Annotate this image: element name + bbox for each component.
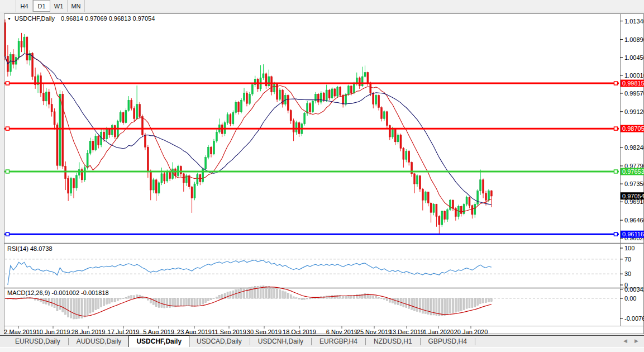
svg-text:0.96460: 0.96460	[624, 217, 644, 223]
tab-scroll-left-icon[interactable]: ◀	[623, 338, 627, 344]
timeframe-button-h4[interactable]: H4	[16, 0, 33, 12]
chart-tab-gbpusd[interactable]: GBPUSD,H4	[421, 336, 474, 347]
tab-scroll-right-icon[interactable]: ▶	[635, 338, 638, 344]
svg-text:0.00: 0.00	[624, 295, 636, 302]
svg-text:23 Aug 2019: 23 Aug 2019	[177, 329, 212, 334]
svg-text:28 Jun 2019: 28 Jun 2019	[71, 329, 106, 334]
svg-text:0.003428: 0.003428	[624, 286, 644, 293]
svg-text:11 Sep 2019: 11 Sep 2019	[212, 329, 246, 334]
chart-tab-audusd[interactable]: AUDUSD,Daily	[69, 336, 129, 347]
chart-tab-eurgbp[interactable]: EURGBP,H4	[312, 336, 365, 347]
svg-text:30: 30	[624, 270, 631, 277]
timeframe-button-mn[interactable]: MN	[68, 0, 85, 12]
svg-text:0.99120: 0.99120	[624, 108, 644, 115]
svg-text:1.01340: 1.01340	[624, 18, 644, 25]
svg-text:70: 70	[624, 256, 631, 263]
price-level-badge: 0.99815	[621, 80, 644, 87]
svg-text:1 Jan 2020: 1 Jan 2020	[423, 329, 454, 334]
svg-text:17 Jul 2019: 17 Jul 2019	[108, 329, 140, 334]
chart-tab-usdchf[interactable]: USDCHF,Daily	[128, 335, 189, 348]
svg-text:20 Jan 2020: 20 Jan 2020	[454, 329, 488, 334]
svg-text:0.99570: 0.99570	[624, 90, 644, 97]
tab-separator	[250, 338, 250, 345]
status-strip	[0, 347, 644, 352]
chart-tab-nzdusd[interactable]: NZDUSD,H1	[366, 336, 419, 347]
svg-text:1.00890: 1.00890	[624, 36, 644, 43]
chart-canvas[interactable]: 1.013401.008901.004501.000100.995700.991…	[4, 13, 644, 334]
timeframe-toolbar: H4D1W1MN	[0, 0, 644, 12]
timeframe-button-d1[interactable]: D1	[33, 0, 50, 12]
svg-text:0.97054: 0.97054	[622, 193, 644, 199]
svg-text:-0.007615: -0.007615	[624, 315, 644, 322]
svg-text:0.98240: 0.98240	[624, 144, 644, 151]
svg-text:22 May 2019: 22 May 2019	[4, 329, 36, 334]
tab-separator	[475, 338, 475, 345]
price-level-badge: 0.96116	[621, 231, 644, 238]
current-price-badge: 0.97054	[621, 192, 644, 199]
svg-text:0.99815: 0.99815	[622, 80, 644, 87]
svg-text:1.00010: 1.00010	[624, 72, 644, 79]
svg-text:6 Nov 2019: 6 Nov 2019	[326, 329, 357, 334]
tab-separator	[420, 338, 421, 345]
tab-separator	[68, 338, 69, 345]
chart-window[interactable]: 1.013401.008901.004501.000100.995700.991…	[4, 13, 644, 334]
chart-tab-eurusd[interactable]: EURUSD,Daily	[8, 336, 68, 347]
svg-text:30 Sep 2019: 30 Sep 2019	[247, 329, 282, 334]
svg-text:0.97350: 0.97350	[624, 180, 644, 187]
price-level-badge: 0.98705	[621, 125, 644, 132]
chart-tab-usdcad[interactable]: USDCAD,Daily	[189, 336, 249, 347]
svg-text:0.98705: 0.98705	[622, 125, 644, 132]
svg-text:5 Aug 2019: 5 Aug 2019	[143, 329, 174, 334]
svg-text:18 Oct 2019: 18 Oct 2019	[283, 329, 316, 334]
svg-text:100: 100	[624, 245, 635, 251]
timeframe-button-w1[interactable]: W1	[50, 0, 68, 12]
chart-tab-usdcnh[interactable]: USDCNH,Daily	[251, 336, 311, 347]
tab-separator	[311, 338, 312, 345]
svg-text:25 Nov 2019: 25 Nov 2019	[357, 329, 392, 334]
tab-separator	[365, 338, 366, 345]
chart-tab-bar: ◀ ▶ EURUSD,DailyAUDUSD,DailyUSDCHF,Daily…	[0, 335, 644, 347]
svg-text:0.96116: 0.96116	[622, 231, 644, 237]
price-level-badge: 0.97653	[621, 168, 644, 175]
svg-text:1.00450: 1.00450	[624, 54, 644, 61]
svg-text:10 Jun 2019: 10 Jun 2019	[36, 329, 70, 334]
svg-text:0.97653: 0.97653	[622, 168, 644, 175]
svg-text:13 Dec 2019: 13 Dec 2019	[389, 329, 424, 334]
